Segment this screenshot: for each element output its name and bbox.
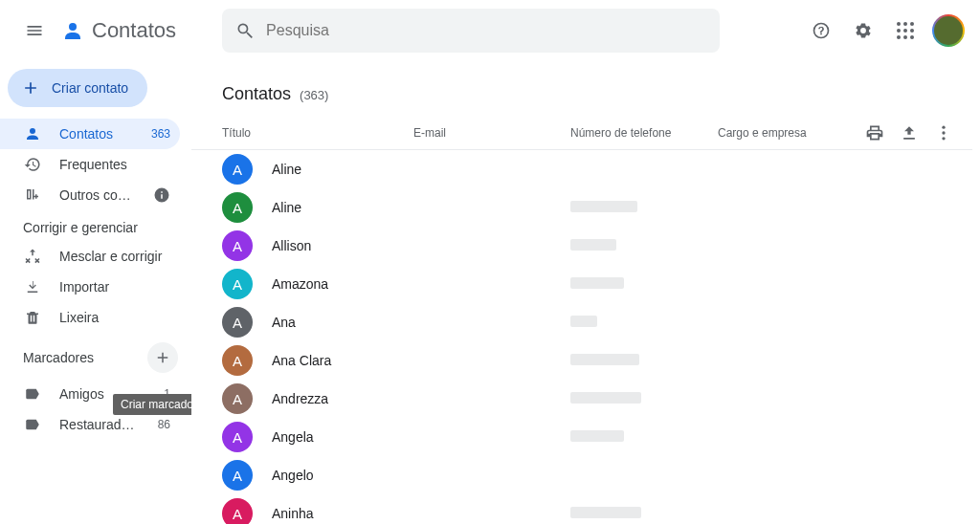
create-label-button[interactable]	[147, 342, 178, 373]
settings-button[interactable]	[844, 11, 882, 50]
account-avatar[interactable]	[932, 14, 965, 47]
print-icon	[865, 123, 884, 142]
contact-row[interactable]: AAna Clara	[191, 341, 972, 380]
contact-avatar: A	[222, 269, 253, 299]
contact-row[interactable]: AAllison	[191, 227, 972, 265]
nav-label: Lixeira	[59, 310, 170, 325]
col-role: Cargo e empresa	[718, 126, 865, 140]
contact-avatar: A	[222, 460, 253, 491]
contact-name: Ana	[272, 315, 413, 330]
sidebar-item-importar[interactable]: Importar	[0, 272, 180, 302]
contact-phone	[570, 200, 718, 215]
nav-label: Importar	[59, 279, 170, 295]
apps-icon	[897, 22, 914, 39]
logo[interactable]: Contatos	[61, 18, 176, 43]
contact-row[interactable]: AAninha	[191, 494, 972, 524]
column-headers: Título E-mail Número de telefone Cargo e…	[191, 116, 972, 150]
contact-phone	[570, 353, 718, 368]
menu-icon	[25, 21, 44, 40]
contact-phone	[570, 429, 718, 445]
contact-name: Aninha	[272, 506, 413, 521]
history-icon	[23, 155, 42, 174]
contact-avatar: A	[222, 307, 253, 338]
phone-redacted	[570, 201, 637, 212]
contacts-logo-icon	[61, 19, 84, 42]
contact-avatar: A	[222, 345, 253, 376]
sidebar-item-lixeira[interactable]: Lixeira	[0, 302, 180, 333]
sidebar-item-outros-contatos[interactable]: Outros contatos	[0, 180, 180, 210]
contact-name: Amazona	[272, 276, 413, 292]
header: Contatos	[0, 0, 980, 61]
search-bar[interactable]	[222, 9, 720, 53]
sidebar: Criar contato Contatos363FrequentesOutro…	[0, 61, 191, 524]
sidebar-item-contatos[interactable]: Contatos363	[0, 119, 180, 149]
contact-row[interactable]: AAndrezza	[191, 380, 972, 418]
merge-icon	[23, 247, 42, 266]
phone-redacted	[570, 239, 616, 251]
export-button[interactable]	[900, 123, 919, 142]
nav-label: Mesclar e corrigir	[59, 249, 170, 264]
print-button[interactable]	[865, 123, 884, 142]
person-icon	[23, 124, 42, 143]
contact-name: Allison	[272, 238, 413, 253]
fix-manage-header: Corrigir e gerenciar	[0, 210, 191, 241]
contact-row[interactable]: AAna	[191, 303, 972, 341]
main-content: Contatos (363) Título E-mail Número de t…	[191, 61, 980, 524]
contacts-panel[interactable]: Contatos (363) Título E-mail Número de t…	[191, 61, 972, 524]
contact-row[interactable]: AAngela	[191, 418, 972, 456]
nav-label: Restaurados a parti...	[59, 417, 141, 432]
contact-avatar: A	[222, 192, 253, 223]
contact-name: Andrezza	[272, 391, 413, 406]
contact-phone	[570, 276, 718, 292]
contact-avatar: A	[222, 422, 253, 452]
panel-header: Contatos (363)	[191, 61, 972, 116]
contact-phone	[570, 238, 718, 253]
more-vert-icon	[934, 123, 953, 142]
contact-row[interactable]: AAline	[191, 150, 972, 188]
contact-row[interactable]: AAline	[191, 188, 972, 227]
contact-row[interactable]: AAngelo	[191, 456, 972, 494]
sidebar-item-mesclar-e-corrigir[interactable]: Mesclar e corrigir	[0, 241, 180, 272]
more-button[interactable]	[934, 123, 953, 142]
help-icon	[812, 21, 831, 40]
phone-redacted	[570, 354, 639, 365]
contact-avatar: A	[222, 154, 253, 185]
upload-icon	[900, 123, 919, 142]
nav-count: 363	[151, 127, 170, 141]
col-phone: Número de telefone	[570, 126, 718, 140]
nav-label: Contatos	[59, 126, 134, 142]
label-icon	[23, 384, 42, 404]
svg-point-2	[942, 131, 945, 134]
create-contact-label: Criar contato	[52, 80, 128, 96]
create-contact-button[interactable]: Criar contato	[8, 69, 147, 107]
panel-title: Contatos	[222, 84, 291, 103]
contact-name: Ana Clara	[272, 353, 413, 368]
contact-phone	[570, 391, 718, 406]
search-icon	[235, 21, 255, 40]
labels-header: Marcadores	[0, 333, 191, 379]
sidebar-item-frequentes[interactable]: Frequentes	[0, 149, 180, 180]
nav-count: 86	[158, 418, 170, 431]
col-email: E-mail	[413, 126, 570, 140]
labels-header-label: Marcadores	[23, 350, 94, 365]
contact-phone	[570, 315, 718, 330]
svg-point-3	[942, 137, 945, 140]
nav-label: Outros contatos	[59, 187, 136, 203]
help-button[interactable]	[802, 11, 840, 50]
col-name: Título	[222, 126, 413, 140]
download-icon	[23, 277, 42, 296]
phone-redacted	[570, 316, 597, 327]
main-menu-button[interactable]	[15, 11, 54, 50]
trash-icon	[23, 308, 42, 327]
contact-row[interactable]: AAmazona	[191, 265, 972, 303]
contact-avatar: A	[222, 230, 253, 261]
apps-button[interactable]	[886, 11, 924, 50]
nav-label: Frequentes	[59, 157, 170, 172]
info-icon	[153, 186, 170, 204]
svg-point-1	[942, 125, 945, 128]
person-add-icon	[23, 186, 42, 205]
search-input[interactable]	[266, 22, 706, 39]
phone-redacted	[570, 392, 641, 404]
contact-phone	[570, 506, 718, 521]
avatar-icon	[934, 16, 963, 45]
